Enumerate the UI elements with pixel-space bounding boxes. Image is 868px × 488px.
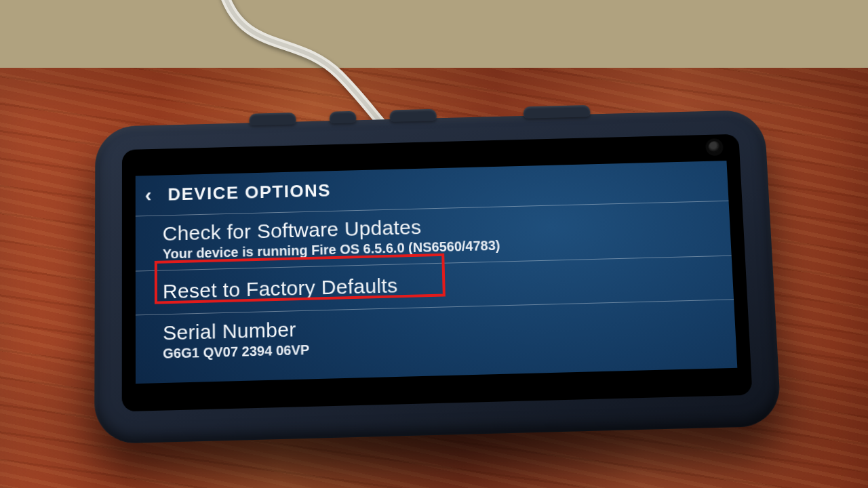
device-screen: ‹ DEVICE OPTIONS Check for Software Upda… xyxy=(122,134,753,412)
mic-hole xyxy=(330,111,357,123)
item-title: Reset to Factory Defaults xyxy=(163,266,721,303)
settings-panel: ‹ DEVICE OPTIONS Check for Software Upda… xyxy=(136,161,738,384)
page-title: DEVICE OPTIONS xyxy=(167,180,331,205)
echo-show-device: ‹ DEVICE OPTIONS Check for Software Upda… xyxy=(94,110,781,444)
front-camera xyxy=(708,141,721,153)
back-chevron-icon[interactable]: ‹ xyxy=(141,182,156,208)
volume-up-button[interactable] xyxy=(389,109,436,122)
camera-shutter-switch[interactable] xyxy=(524,105,591,119)
volume-down-button[interactable] xyxy=(249,113,296,125)
